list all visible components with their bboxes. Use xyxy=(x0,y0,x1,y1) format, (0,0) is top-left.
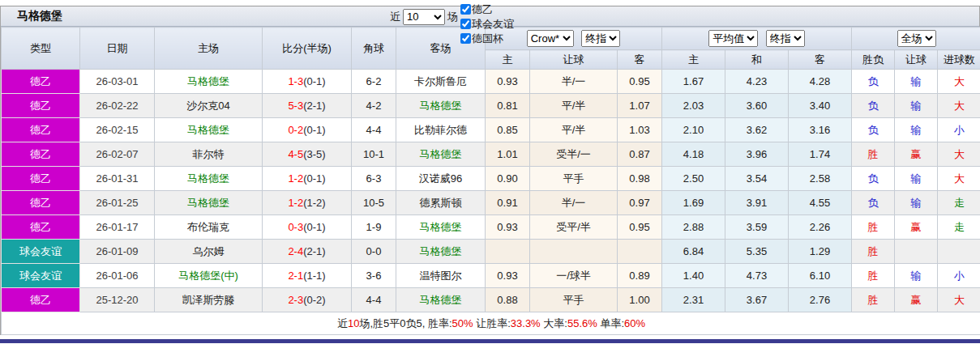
stats-part: 场,胜5平0负5, 胜率: xyxy=(359,317,451,329)
type-cell: 德乙 xyxy=(2,94,80,118)
crow-handicap: 半/一 xyxy=(530,191,618,215)
stats-part: 60% xyxy=(624,317,645,329)
away-team-cell: 马格德堡 xyxy=(396,240,486,264)
away-team-cell: 汉诺威96 xyxy=(396,167,486,191)
bottom-bar xyxy=(0,339,980,343)
avg-draw-odds: 4.73 xyxy=(725,264,789,288)
home-team-cell: 马格德堡 xyxy=(155,118,263,142)
avg-home-odds: 4.18 xyxy=(662,142,725,167)
filter-checkbox-2[interactable]: 球会友谊 xyxy=(460,17,514,32)
subcol-avg-draw: 和 xyxy=(725,50,789,70)
handicap-result-cell: 赢 xyxy=(895,288,938,312)
avg-away-odds: 4.28 xyxy=(789,70,852,94)
result-cell: 负 xyxy=(852,167,895,191)
corner-cell: 6-3 xyxy=(352,167,396,191)
avg-home-odds: 2.50 xyxy=(662,167,725,191)
avg-home-odds: 2.88 xyxy=(662,215,725,240)
avg-draw-odds: 3.59 xyxy=(725,215,789,240)
bookmaker-select[interactable]: Crow* xyxy=(527,30,574,47)
crow-handicap: 平/半 xyxy=(530,94,618,118)
filter-bar: 马格德堡 近 10 场 同客德乙球会友谊德国杯 xyxy=(1,6,979,27)
away-team-cell: 马格德堡 xyxy=(396,94,486,118)
date-cell: 26-03-01 xyxy=(80,70,155,94)
goals-result-cell: 大 xyxy=(938,142,980,167)
goals-result-cell: 大 xyxy=(938,288,980,312)
subcol-handicap: 让球 xyxy=(530,50,618,70)
crow-home-odds: 0.81 xyxy=(486,94,530,118)
date-cell: 26-01-06 xyxy=(80,264,155,288)
col-header-date: 日期 xyxy=(80,28,155,70)
goals-result-cell: 小 xyxy=(938,118,980,142)
crow-handicap: 平/半 xyxy=(530,118,618,142)
avg-away-odds: 4.55 xyxy=(789,191,852,215)
corner-cell: 3-6 xyxy=(352,264,396,288)
col-header-type: 类型 xyxy=(2,28,80,70)
average-select[interactable]: 平均值 xyxy=(708,30,758,47)
score-cell: 4-5(3-5) xyxy=(263,142,352,167)
home-team-cell: 马格德堡 xyxy=(155,191,263,215)
match-row: 德乙26-02-22沙尔克045-3(2-1)4-2马格德堡0.81平/半1.0… xyxy=(2,94,980,118)
handicap-result-cell: 输 xyxy=(895,264,938,288)
home-team-cell: 布伦瑞克 xyxy=(155,215,263,240)
crow-home-odds xyxy=(486,240,530,264)
crow-home-odds: 0.93 xyxy=(486,264,530,288)
avg-home-odds: 1.67 xyxy=(662,70,725,94)
match-row: 德乙26-01-31马格德堡1-2(0-1)6-3汉诺威960.90平手0.98… xyxy=(2,167,980,191)
away-team-cell: 比勒菲尔德 xyxy=(396,118,486,142)
match-row: 德乙26-03-01马格德堡1-3(0-1)6-2卡尔斯鲁厄0.93半/一0.9… xyxy=(2,70,980,94)
stats-part: 近 xyxy=(337,317,348,329)
date-cell: 26-01-17 xyxy=(80,215,155,240)
date-cell: 26-02-07 xyxy=(80,142,155,167)
match-row: 德乙26-02-07菲尔特4-5(3-5)10-1马格德堡1.01受半/一0.8… xyxy=(2,142,980,167)
recent-games-select[interactable]: 10 xyxy=(403,9,445,25)
avg-draw-odds: 3.62 xyxy=(725,118,789,142)
date-cell: 26-02-15 xyxy=(80,118,155,142)
result-cell: 胜 xyxy=(852,142,895,167)
corner-cell: 4-2 xyxy=(352,94,396,118)
avg-draw-odds: 5.35 xyxy=(725,240,789,264)
crow-handicap: 平手 xyxy=(530,167,618,191)
stats-part: 大率: xyxy=(541,317,567,329)
result-cell: 负 xyxy=(852,94,895,118)
stats-part: 33.3% xyxy=(511,317,541,329)
filter-checkbox-3[interactable]: 德国杯 xyxy=(460,32,514,46)
checkbox-球会友谊[interactable] xyxy=(460,19,471,29)
date-cell: 26-01-09 xyxy=(80,240,155,264)
avg-stage-select[interactable]: 终指 xyxy=(766,30,805,47)
checkbox-德乙[interactable] xyxy=(460,4,471,15)
avg-away-odds: 6.10 xyxy=(789,264,852,288)
avg-home-odds: 2.31 xyxy=(662,288,725,312)
home-team-cell: 马格德堡 xyxy=(155,167,263,191)
handicap-result-cell: 输 xyxy=(895,191,938,215)
corner-cell: 4-4 xyxy=(352,118,396,142)
goals-result-cell xyxy=(938,240,980,264)
checkbox-德国杯[interactable] xyxy=(460,33,471,44)
avg-away-odds: 3.40 xyxy=(789,94,852,118)
subcol-avg-away: 客 xyxy=(789,50,852,70)
type-cell: 德乙 xyxy=(2,70,80,94)
match-row: 德乙26-01-17布伦瑞克0-3(0-1)1-9马格德堡0.93受平/半0.9… xyxy=(2,215,980,240)
crow-away-odds: 1.03 xyxy=(618,118,662,142)
type-cell: 德乙 xyxy=(2,191,80,215)
avg-away-odds: 1.29 xyxy=(789,240,852,264)
crow-handicap xyxy=(530,240,618,264)
crow-away-odds: 0.95 xyxy=(618,70,662,94)
score-cell: 2-4(2-1) xyxy=(263,240,352,264)
handicap-result-cell xyxy=(895,240,938,264)
result-cell: 胜 xyxy=(852,264,895,288)
handicap-result-cell: 赢 xyxy=(895,215,938,240)
result-cell: 负 xyxy=(852,70,895,94)
fulltime-select[interactable]: 全场 xyxy=(897,30,936,47)
away-team-cell: 德累斯顿 xyxy=(396,191,486,215)
handicap-result-cell: 输 xyxy=(895,167,938,191)
away-team-cell: 马格德堡 xyxy=(396,215,486,240)
match-row: 德乙25-12-20凯泽斯劳滕2-3(0-2)4-4马格德堡0.88平手1.00… xyxy=(2,288,980,312)
type-cell: 球会友谊 xyxy=(2,240,80,264)
stats-part: 50% xyxy=(452,317,473,329)
crow-away-odds: 0.95 xyxy=(618,215,662,240)
match-row: 球会友谊26-01-06马格德堡(中)2-1(1-1)3-6温特图尔0.93一/… xyxy=(2,264,980,288)
filter-checkbox-1[interactable]: 德乙 xyxy=(460,2,514,17)
odds-stage-select[interactable]: 终指 xyxy=(581,30,620,47)
home-team-cell: 马格德堡 xyxy=(155,70,263,94)
handicap-result-cell: 赢 xyxy=(895,142,938,167)
